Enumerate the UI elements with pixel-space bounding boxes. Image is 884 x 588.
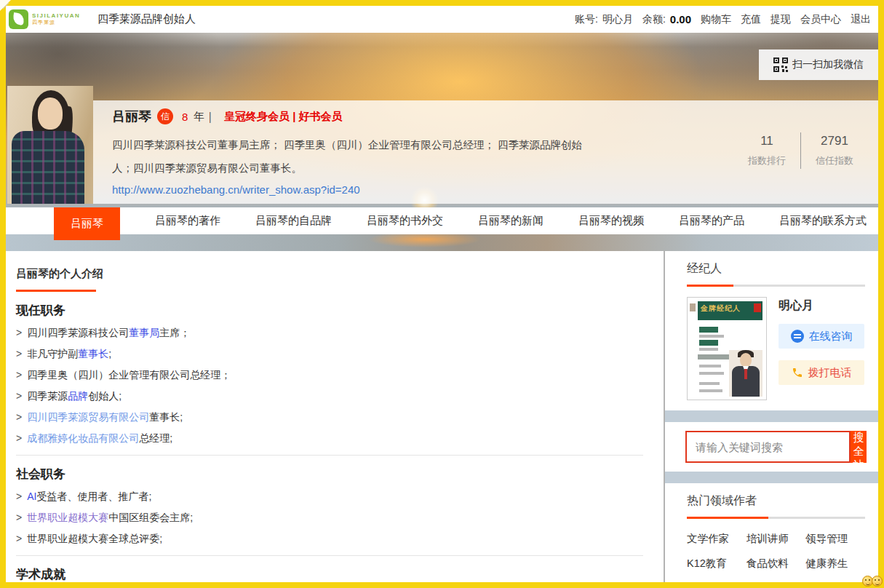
- intro-sections: 现任职务>四川四季莱源科技公司董事局主席；>非凡守护副董事长;>四季里奥（四川）…: [16, 292, 643, 582]
- inline-text: 非凡守护副: [27, 348, 78, 359]
- bullet: >: [16, 369, 22, 381]
- logout-link[interactable]: 退出: [851, 13, 871, 26]
- leaf-logo-icon: [9, 9, 28, 29]
- bullet: >: [16, 348, 22, 359]
- phone-icon: [792, 367, 803, 378]
- inline-link[interactable]: 世界职业超模大赛: [27, 512, 108, 523]
- section-title: 社会职务: [16, 466, 643, 482]
- qr-code-icon: [773, 57, 788, 72]
- top-bar: SIJILAIYUAN 四季莱源 四季莱源品牌创始人 账号: 明心月 余额: 0…: [6, 6, 878, 33]
- list-item: >AI受益者、使用者、推广者;: [16, 486, 643, 507]
- inline-text: 受益者、使用者、推广者;: [36, 490, 151, 502]
- background-gap: [665, 410, 878, 422]
- inline-text: 董事长;: [149, 411, 183, 423]
- profile-banner: 扫一扫加我微信 吕丽琴 信 8 年｜ 皇冠终身会员 | 好书会员 四川四季莱源科…: [6, 33, 878, 207]
- tag-food[interactable]: 食品饮料: [746, 557, 806, 571]
- list-item: >四季莱源品牌创始人;: [16, 386, 643, 407]
- tag-marketing[interactable]: 市场营销: [687, 581, 746, 582]
- broker-photo: [729, 350, 762, 397]
- bullet: >: [16, 512, 22, 523]
- inline-link[interactable]: 成都雅婷化妆品有限公司: [27, 432, 139, 444]
- sidebar: 经纪人 金牌经纪人: [665, 251, 878, 582]
- tag-psychology[interactable]: 心理咨询: [805, 581, 865, 582]
- list-item: >四川四季莱源科技公司董事局主席；: [16, 322, 643, 343]
- intro-heading: 吕丽琴的个人介绍: [16, 267, 643, 281]
- floating-emoji-widget[interactable]: [864, 576, 883, 587]
- site-logo[interactable]: SIJILAIYUAN 四季莱源: [9, 9, 89, 29]
- recharge-link[interactable]: 充值: [741, 13, 761, 26]
- hot-authors-panel: 热门领域作者 文学作家 培训讲师 领导管理 K12教育 食品饮料 健康养生 市场…: [675, 483, 877, 582]
- intro-section: 现任职务>四川四季莱源科技公司董事局主席；>非凡守护副董事长;>四季里奥（四川）…: [16, 292, 643, 455]
- search-site-button[interactable]: 搜全站: [851, 431, 867, 463]
- inline-link[interactable]: 董事长: [78, 348, 108, 359]
- section-title: 现任职务: [16, 302, 643, 319]
- cart-link[interactable]: 购物车: [701, 13, 731, 26]
- tab-book-diplomacy[interactable]: 吕丽琴的书外交: [367, 214, 443, 228]
- tag-health[interactable]: 健康养生: [805, 557, 865, 571]
- sea-banner-strip: [6, 234, 878, 251]
- inline-link[interactable]: AI: [27, 490, 36, 502]
- inline-text: 主席；: [159, 327, 190, 338]
- withdraw-link[interactable]: 提现: [770, 13, 791, 26]
- inline-text: ;: [108, 348, 111, 359]
- page-title: 四季莱源品牌创始人: [97, 12, 196, 26]
- intro-section: 学术成就>香港财经学院硕士;: [16, 555, 643, 582]
- membership-label: 皇冠终身会员 | 好书会员: [224, 110, 343, 124]
- balance-value: 0.00: [670, 13, 691, 25]
- qr-label: 扫一扫加我微信: [792, 58, 864, 71]
- bullet: >: [16, 390, 22, 402]
- tag-leadership[interactable]: 领导管理: [805, 532, 865, 546]
- tab-news[interactable]: 吕丽琴的新闻: [478, 214, 543, 228]
- tag-service-tourism[interactable]: 服务文旅: [746, 581, 806, 582]
- rank-stat: 11 指数排行: [733, 134, 800, 167]
- tab-videos[interactable]: 吕丽琴的视频: [578, 214, 644, 228]
- rank-value: 11: [733, 134, 800, 148]
- trust-badge: 信: [157, 108, 173, 124]
- tab-works[interactable]: 吕丽琴的著作: [155, 214, 220, 228]
- inline-link[interactable]: 四川四季莱源贸易有限公司: [27, 411, 149, 423]
- tag-literature[interactable]: 文学作家: [687, 532, 746, 546]
- bullet: >: [16, 432, 22, 444]
- inline-text: 创始人;: [88, 390, 122, 402]
- account-bar: 账号: 明心月 余额: 0.00 购物车 充值 提现 会员中心 退出: [575, 13, 871, 26]
- smiley-icon: [872, 576, 883, 587]
- intro-section: 社会职务>AI受益者、使用者、推广者;>世界职业超模大赛中国区组委会主席;>世界…: [16, 455, 643, 555]
- balance-label: 余额:: [642, 13, 666, 26]
- trust-value: 2791: [801, 134, 868, 148]
- broker-heading: 经纪人: [687, 261, 865, 277]
- tab-products[interactable]: 吕丽琴的产品: [679, 214, 744, 228]
- bullet: >: [16, 490, 22, 502]
- tab-contact[interactable]: 吕丽琴的联系方式: [779, 214, 867, 228]
- list-item: >世界职业超模大赛全球总评委;: [16, 528, 643, 549]
- inline-link[interactable]: 董事局: [129, 327, 159, 338]
- tab-bar: 吕丽琴 吕丽琴的著作 吕丽琴的自品牌 吕丽琴的书外交 吕丽琴的新闻 吕丽琴的视频…: [6, 207, 878, 234]
- intro-panel: 吕丽琴的个人介绍 现任职务>四川四季莱源科技公司董事局主席；>非凡守护副董事长;…: [6, 251, 664, 582]
- call-phone-button[interactable]: 拨打电话: [779, 360, 864, 385]
- hot-authors-underline: [687, 517, 865, 519]
- online-chat-button[interactable]: 在线咨询: [779, 324, 864, 349]
- profile-photo: [7, 86, 93, 204]
- search-input[interactable]: [685, 431, 851, 463]
- account-name[interactable]: 明心月: [602, 13, 633, 26]
- inline-text: 四季莱源: [27, 390, 68, 402]
- trust-stat: 2791 信任指数: [801, 134, 868, 167]
- author-page-url[interactable]: http://www.zuozhebang.cn/writer_show.asp…: [112, 183, 360, 196]
- tag-trainer[interactable]: 培训讲师: [746, 532, 806, 546]
- wechat-qr-button[interactable]: 扫一扫加我微信: [759, 49, 878, 80]
- tab-profile[interactable]: 吕丽琴: [54, 207, 120, 240]
- background-gap: [665, 472, 878, 483]
- stats-panel: 11 指数排行 2791 信任指数: [733, 132, 868, 169]
- inline-link[interactable]: 品牌: [68, 390, 88, 402]
- tab-self-brand[interactable]: 吕丽琴的自品牌: [255, 214, 332, 228]
- tag-k12[interactable]: K12教育: [687, 557, 746, 571]
- brand-name-en: SIJILAIYUAN: [32, 13, 80, 20]
- list-item: >四季里奥（四川）企业管理有限公司总经理；: [16, 365, 643, 386]
- years-suffix: 年｜: [194, 110, 215, 124]
- member-center-link[interactable]: 会员中心: [800, 13, 841, 26]
- inline-text: 四川四季莱源科技公司: [27, 327, 129, 338]
- inline-text: 中国区组委会主席;: [108, 512, 193, 523]
- trust-label: 信任指数: [801, 154, 868, 167]
- broker-poster-image[interactable]: 金牌经纪人: [687, 297, 767, 400]
- list-item: >成都雅婷化妆品有限公司总经理;: [16, 428, 643, 449]
- content-area: 吕丽琴的个人介绍 现任职务>四川四季莱源科技公司董事局主席；>非凡守护副董事长;…: [6, 251, 878, 582]
